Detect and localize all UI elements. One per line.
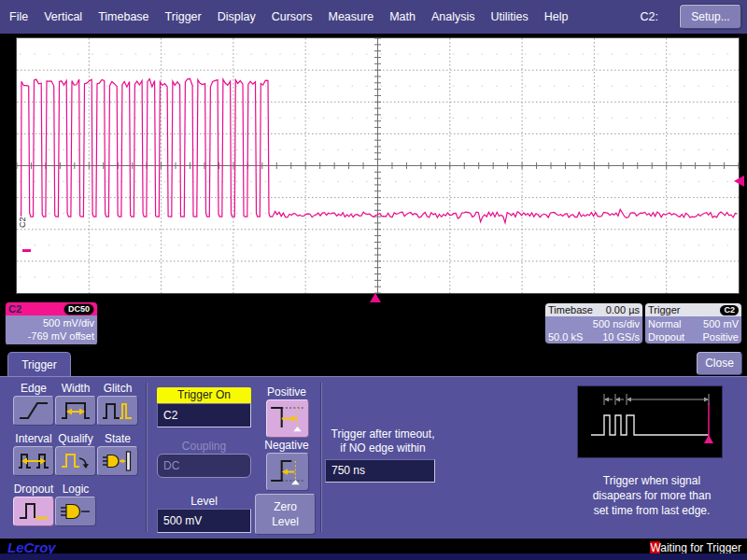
width-trigger-button[interactable] (55, 396, 96, 426)
trigger-level-marker[interactable] (734, 175, 744, 187)
menu-measure[interactable]: Measure (328, 10, 374, 23)
tab-trigger[interactable]: Trigger (7, 352, 71, 376)
trigger-description-line1: Trigger when signal (603, 474, 700, 487)
timebase-descriptor-box[interactable]: Timebase 0.00 µs 500 ns/div 50.0 kS 10 G… (544, 302, 643, 344)
channel-offset: -769 mV offset (28, 329, 94, 343)
trigger-source-badge: C2 (720, 305, 739, 315)
menu-utilities[interactable]: Utilities (490, 10, 528, 23)
negative-label: Negative (264, 439, 309, 452)
trigger-descriptor-box[interactable]: Trigger C2 Normal 500 mV Dropout Positiv… (644, 302, 742, 344)
qualify-trigger-button[interactable] (55, 446, 96, 476)
graticule-and-trace (17, 38, 739, 293)
coupling-label: Coupling (157, 440, 251, 453)
menu-math[interactable]: Math (389, 10, 416, 23)
coupling-select[interactable]: DC (157, 454, 251, 478)
channel-descriptor-box[interactable]: C2 DC50 500 mV/div -769 mV offset (5, 301, 98, 346)
logic-trigger-button[interactable] (55, 497, 96, 526)
menu-bar: File Vertical Timebase Trigger Display C… (0, 0, 747, 34)
timeout-caption-line1: Trigger after timeout, (331, 427, 435, 441)
divider (321, 383, 322, 532)
level-label: Level (157, 495, 251, 508)
timebase-title: Timebase (548, 303, 593, 316)
trigger-status-highlight: W (650, 541, 660, 554)
trigger-on-label: Trigger On (157, 387, 251, 403)
qualify-icon (58, 449, 93, 473)
state-icon (100, 449, 135, 473)
menu-cursors[interactable]: Cursors (272, 10, 313, 23)
dropout-trigger-button[interactable] (13, 497, 54, 526)
zero-level-line1: Zero (274, 500, 297, 513)
state-trigger-button[interactable] (97, 446, 138, 476)
trigger-dialog-panel: Edge Width Glitch Interval Qualify State… (0, 376, 747, 539)
setup-button[interactable]: Setup... (680, 5, 741, 29)
channel-scale: 500 mV/div (43, 316, 94, 329)
glitch-trigger-button[interactable] (97, 396, 138, 426)
negative-slope-icon (268, 454, 307, 488)
trigger-on-select[interactable]: C2 (157, 403, 251, 427)
level-input[interactable]: 500 mV (157, 509, 251, 533)
positive-slope-icon (268, 400, 307, 435)
timebase-samples: 50.0 kS (548, 330, 583, 343)
c2-trace (21, 78, 738, 222)
close-button[interactable]: Close (697, 352, 742, 375)
divider (147, 383, 148, 532)
menu-display[interactable]: Display (218, 10, 256, 23)
trigger-status-text: Waiting for Trigger (650, 541, 741, 554)
negative-slope-button[interactable] (266, 453, 309, 491)
trigger-description: Trigger when signal disapears for more t… (568, 473, 736, 518)
dialog-tab-strip: Trigger Close (0, 350, 747, 376)
dropout-diagram (577, 385, 723, 458)
timeout-caption-line2: if NO edge within (340, 441, 425, 455)
coupling-badge: DC50 (63, 303, 94, 315)
edge-trigger-button[interactable] (13, 396, 54, 426)
zero-level-button[interactable]: Zero Level (255, 494, 316, 535)
channel-offset-marker[interactable] (22, 249, 31, 252)
type-label-state: State (93, 432, 142, 445)
timebase-position: 0.00 µs (606, 303, 640, 316)
menu-file[interactable]: File (9, 10, 28, 23)
active-channel-label: C2: (641, 10, 658, 23)
channel-name: C2 (8, 302, 21, 315)
dropout-diagram-drawing (578, 386, 722, 457)
trigger-position-marker[interactable] (370, 293, 381, 302)
menu-timebase[interactable]: Timebase (98, 10, 148, 23)
timeout-input[interactable]: 750 ns (325, 459, 435, 483)
positive-slope-button[interactable] (266, 399, 309, 438)
timebase-rate: 10 GS/s (602, 330, 640, 343)
trigger-description-line3: set time from last edge. (594, 504, 711, 517)
trigger-slope: Positive (702, 330, 739, 343)
glitch-icon (100, 399, 135, 423)
menu-help[interactable]: Help (544, 10, 569, 23)
timebase-scale: 500 ns/div (593, 317, 640, 330)
interval-icon (16, 449, 51, 473)
channel-axis-label: C2 (18, 217, 27, 228)
timeout-caption: Trigger after timeout, if NO edge within (322, 427, 444, 455)
zero-level-line2: Level (272, 515, 299, 528)
trigger-mode: Normal (648, 317, 681, 330)
positive-label: Positive (264, 385, 309, 399)
trigger-description-line2: disapears for more than (593, 489, 712, 502)
trigger-title: Trigger (648, 303, 680, 316)
interval-trigger-button[interactable] (13, 446, 54, 476)
width-icon (58, 399, 93, 423)
waveform-plot[interactable]: C2 (16, 37, 740, 294)
type-label-glitch: Glitch (93, 382, 142, 395)
edge-icon (16, 399, 51, 423)
menu-trigger[interactable]: Trigger (165, 10, 202, 23)
trigger-status-rest: aiting for Trigger (660, 541, 741, 554)
trigger-level-value: 500 mV (703, 317, 739, 330)
logic-icon (58, 499, 93, 524)
type-label-logic: Logic (51, 483, 100, 496)
bottom-strip (0, 553, 747, 560)
dropout-icon (16, 499, 51, 524)
menu-analysis[interactable]: Analysis (431, 10, 475, 23)
trigger-type: Dropout (648, 330, 684, 343)
oscilloscope-screen: File Vertical Timebase Trigger Display C… (0, 0, 747, 560)
menu-vertical[interactable]: Vertical (44, 10, 82, 23)
